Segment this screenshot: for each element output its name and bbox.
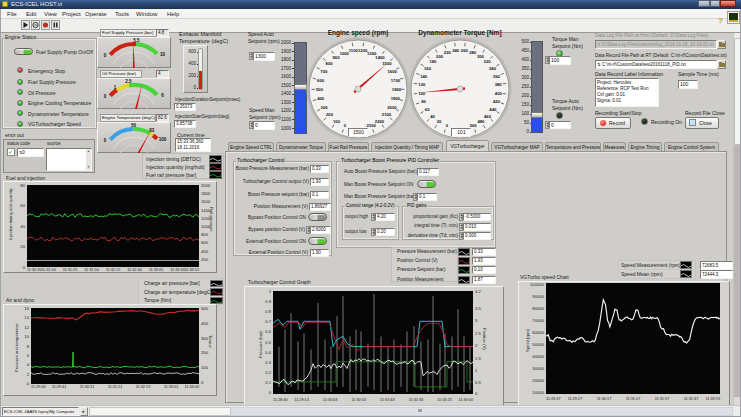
svg-text:50: 50	[131, 123, 137, 128]
svg-text:440: 440	[489, 107, 497, 112]
svg-text:2.5: 2.5	[125, 79, 132, 84]
svg-text:80: 80	[421, 99, 426, 104]
svg-text:1900: 1900	[391, 96, 401, 101]
svg-text:400: 400	[317, 96, 325, 101]
svg-text:2200: 2200	[375, 119, 385, 124]
svg-text:1100: 1100	[349, 48, 359, 53]
svg-text:1700: 1700	[391, 78, 401, 83]
svg-text:2100: 2100	[382, 112, 392, 117]
svg-text:100: 100	[159, 137, 167, 142]
svg-text:380: 380	[495, 82, 503, 87]
svg-text:420: 420	[493, 99, 501, 104]
svg-text:600: 600	[317, 78, 325, 83]
svg-text:60: 60	[425, 107, 430, 112]
svg-text:400: 400	[495, 91, 503, 96]
svg-text:20: 20	[437, 119, 442, 124]
svg-text:1800: 1800	[392, 87, 402, 92]
svg-text:460: 460	[484, 114, 492, 119]
svg-text:500: 500	[316, 87, 324, 92]
svg-text:1400: 1400	[375, 55, 385, 60]
svg-text:260: 260	[461, 48, 469, 53]
svg-text:300: 300	[321, 105, 329, 110]
svg-text:40: 40	[430, 114, 435, 119]
svg-text:320: 320	[484, 59, 492, 64]
svg-text:340: 340	[489, 66, 497, 71]
svg-text:220: 220	[444, 50, 452, 55]
svg-text:140: 140	[420, 74, 428, 79]
svg-text:300: 300	[477, 54, 485, 59]
svg-text:180: 180	[429, 59, 437, 64]
svg-text:480: 480	[477, 119, 485, 124]
svg-text:0: 0	[104, 94, 107, 99]
svg-text:700: 700	[320, 69, 328, 74]
svg-text:10: 10	[160, 52, 166, 57]
svg-text:200: 200	[436, 54, 444, 59]
svg-text:100: 100	[418, 91, 426, 96]
svg-text:240: 240	[452, 48, 460, 53]
svg-text:1600: 1600	[388, 69, 398, 74]
svg-text:360: 360	[493, 74, 501, 79]
svg-text:2300: 2300	[367, 123, 377, 128]
svg-text:0: 0	[104, 138, 107, 143]
svg-text:100: 100	[333, 119, 341, 124]
svg-text:800: 800	[326, 61, 334, 66]
svg-text:120: 120	[418, 82, 426, 87]
svg-text:83: 83	[149, 128, 155, 133]
svg-text:200: 200	[326, 112, 334, 117]
svg-text:900: 900	[333, 55, 341, 60]
svg-text:0: 0	[104, 53, 107, 58]
svg-text:5.5: 5.5	[133, 38, 140, 43]
svg-text:280: 280	[469, 50, 477, 55]
svg-text:160: 160	[424, 66, 432, 71]
svg-text:1500: 1500	[382, 61, 392, 66]
svg-text:2000: 2000	[387, 105, 397, 110]
svg-text:6: 6	[161, 93, 164, 98]
